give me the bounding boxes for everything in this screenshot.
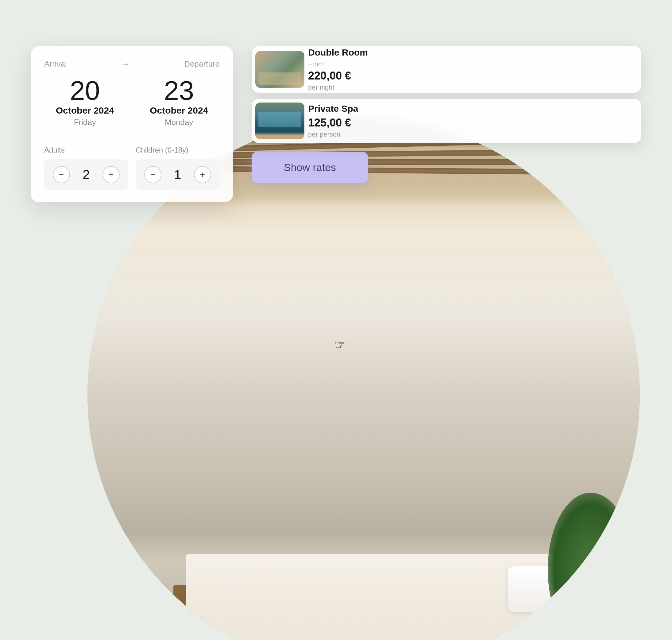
spa-price: 125,00 € bbox=[308, 116, 633, 129]
arrival-month-year: October 2024 bbox=[44, 105, 126, 116]
adults-decrement-button[interactable]: − bbox=[53, 166, 70, 183]
arrival-day: 20 bbox=[44, 77, 126, 104]
arrow-icon: → bbox=[121, 58, 130, 70]
double-room-price: 220,00 € bbox=[308, 69, 633, 82]
spa-image bbox=[255, 103, 304, 139]
spa-info: Private Spa 125,00 € per person bbox=[308, 102, 633, 140]
children-value: 1 bbox=[170, 167, 185, 182]
adults-label: Adults bbox=[44, 146, 128, 155]
departure-month-year: October 2024 bbox=[138, 105, 220, 116]
date-divider bbox=[132, 80, 132, 124]
double-room-image bbox=[255, 51, 304, 88]
double-room-unit: per night bbox=[308, 84, 633, 91]
spa-photo bbox=[255, 103, 304, 139]
private-spa-card: Private Spa 125,00 € per person bbox=[252, 99, 641, 143]
booking-widget: Arrival → Departure 20 October 2024 Frid… bbox=[31, 46, 233, 202]
show-rates-button[interactable]: Show rates bbox=[252, 151, 368, 183]
adults-group: Adults − 2 + bbox=[44, 146, 128, 190]
date-header: Arrival → Departure bbox=[44, 58, 220, 70]
bed-mattress bbox=[186, 554, 609, 640]
children-stepper: − 1 + bbox=[136, 159, 220, 190]
departure-date-block: 23 October 2024 Monday bbox=[138, 77, 220, 127]
arrival-date-block: 20 October 2024 Friday bbox=[44, 77, 126, 127]
departure-weekday: Monday bbox=[138, 118, 220, 127]
double-room-card: Double Room From 220,00 € per night bbox=[252, 46, 641, 93]
dates-row: 20 October 2024 Friday 23 October 2024 M… bbox=[44, 77, 220, 137]
children-decrement-button[interactable]: − bbox=[144, 166, 161, 183]
double-room-photo bbox=[255, 51, 304, 88]
spa-unit: per person bbox=[308, 130, 633, 139]
children-increment-button[interactable]: + bbox=[194, 166, 211, 183]
adults-increment-button[interactable]: + bbox=[102, 166, 120, 183]
adults-value: 2 bbox=[78, 167, 94, 182]
children-group: Children (0-18y) − 1 + bbox=[136, 146, 220, 190]
departure-label: Departure bbox=[184, 59, 220, 69]
adults-stepper: − 2 + bbox=[44, 159, 128, 190]
room-cards-container: Double Room From 220,00 € per night Priv… bbox=[252, 46, 641, 183]
double-room-name: Double Room bbox=[308, 47, 633, 58]
plant bbox=[548, 486, 634, 640]
double-room-info: Double Room From 220,00 € per night bbox=[308, 46, 633, 93]
departure-day: 23 bbox=[138, 77, 220, 104]
bed-area bbox=[155, 493, 609, 640]
spa-name: Private Spa bbox=[308, 103, 633, 114]
arrival-weekday: Friday bbox=[44, 118, 126, 127]
arrival-label: Arrival bbox=[44, 59, 67, 69]
double-room-from-label: From bbox=[308, 60, 633, 68]
children-label: Children (0-18y) bbox=[136, 146, 220, 155]
guests-section: Adults − 2 + Children (0-18y) − 1 + bbox=[44, 146, 220, 190]
